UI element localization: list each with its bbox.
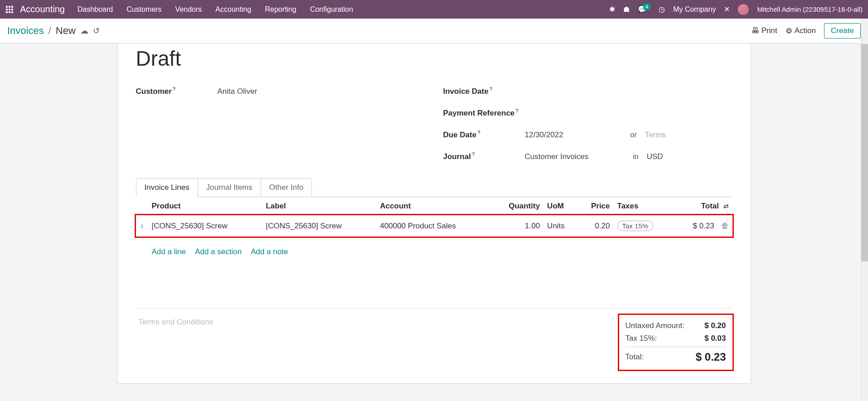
apps-icon[interactable]: [5, 5, 14, 14]
cell-product[interactable]: [CONS_25630] Screw: [148, 215, 262, 237]
due-or: or: [630, 131, 637, 139]
help-icon[interactable]: ?: [472, 151, 475, 157]
status-draft: Draft: [136, 46, 732, 71]
action-button[interactable]: ⚙ Action: [786, 26, 816, 36]
menu-vendors[interactable]: Vendors: [175, 5, 202, 14]
cell-price[interactable]: 0.20: [577, 215, 613, 237]
invoice-date-label: Invoice Date?: [443, 87, 525, 96]
user-name[interactable]: Mitchell Admin (22309517-16-0-all): [757, 5, 863, 13]
total-label: Total:: [626, 353, 644, 362]
menu-reporting[interactable]: Reporting: [265, 5, 296, 14]
scrollbar[interactable]: [861, 19, 868, 384]
cell-label[interactable]: [CONS_25630] Screw: [262, 215, 376, 237]
bug-icon[interactable]: ✱: [609, 5, 615, 14]
form-right-col: Invoice Date? Payment Reference? Due Dat…: [443, 82, 732, 169]
nav-right: ✱ ☗ 💬4 ◷ My Company ✕ Mitchell Admin (22…: [609, 4, 863, 15]
help-icon[interactable]: ?: [477, 130, 480, 135]
tabs: Invoice Lines Journal Items Other Info: [136, 178, 732, 197]
cloud-save-icon[interactable]: ☁: [80, 26, 88, 36]
breadcrumb-current: New: [56, 25, 76, 37]
create-button[interactable]: Create: [824, 23, 861, 39]
breadcrumb-root[interactable]: Invoices: [7, 25, 44, 37]
journal-field[interactable]: Customer Invoices: [525, 152, 589, 161]
breadcrumb: Invoices / New ☁ ↺: [7, 25, 752, 37]
main-menu: Dashboard Customers Vendors Accounting R…: [78, 5, 609, 14]
columns-adjust-icon[interactable]: ⇄: [723, 203, 729, 210]
chat[interactable]: 💬4: [638, 5, 650, 14]
company-selector[interactable]: My Company: [673, 5, 716, 14]
menu-configuration[interactable]: Configuration: [310, 5, 353, 14]
th-quantity[interactable]: Quantity: [490, 197, 543, 215]
menu-dashboard[interactable]: Dashboard: [78, 5, 113, 14]
tab-journal-items[interactable]: Journal Items: [198, 178, 261, 197]
brand[interactable]: Accounting: [20, 4, 65, 14]
breadcrumb-actions: 🖶 Print ⚙ Action Create: [752, 23, 861, 39]
discard-icon[interactable]: ↺: [93, 26, 100, 36]
support-icon[interactable]: ☗: [623, 5, 630, 14]
th-price[interactable]: Price: [577, 197, 613, 215]
cell-account[interactable]: 400000 Product Sales: [376, 215, 490, 237]
untaxed-value: $ 0.20: [704, 321, 726, 330]
tax-label: Tax 15%:: [626, 334, 657, 343]
add-line-link[interactable]: Add a line: [152, 247, 186, 256]
clock-icon[interactable]: ◷: [659, 5, 665, 14]
untaxed-label: Untaxed Amount:: [626, 321, 684, 330]
chat-badge: 4: [643, 4, 650, 10]
menu-customers[interactable]: Customers: [126, 5, 161, 14]
totals-box: Untaxed Amount: $ 0.20 Tax 15%: $ 0.03 T…: [619, 315, 732, 370]
th-account[interactable]: Account: [376, 197, 490, 215]
cell-uom[interactable]: Units: [543, 215, 577, 237]
due-date-label: Due Date?: [443, 130, 525, 140]
tab-invoice-lines[interactable]: Invoice Lines: [136, 178, 198, 197]
drag-handle-icon[interactable]: ⬍: [140, 223, 145, 230]
menu-accounting[interactable]: Accounting: [215, 5, 251, 14]
breadcrumb-bar: Invoices / New ☁ ↺ 🖶 Print ⚙ Action Crea…: [0, 19, 868, 43]
customer-label: Customer?: [136, 87, 218, 96]
help-icon[interactable]: ?: [515, 108, 519, 113]
tax-chip[interactable]: Tax 15%: [617, 221, 654, 231]
top-nav: Accounting Dashboard Customers Vendors A…: [0, 0, 868, 19]
scrollbar-thumb[interactable]: [861, 44, 868, 261]
customer-field[interactable]: Anita Oliver: [218, 87, 257, 96]
help-icon[interactable]: ?: [490, 86, 493, 92]
tax-value: $ 0.03: [704, 334, 726, 343]
form-left-col: Customer? Anita Oliver: [136, 82, 425, 169]
th-label[interactable]: Label: [262, 197, 376, 215]
tools-icon[interactable]: ✕: [724, 5, 730, 14]
action-label: Action: [795, 26, 816, 35]
add-note-link[interactable]: Add a note: [251, 247, 288, 256]
print-button[interactable]: 🖶 Print: [752, 26, 777, 35]
cell-taxes[interactable]: Tax 15%: [614, 215, 673, 237]
th-product[interactable]: Product: [148, 197, 262, 215]
journal-in: in: [633, 153, 638, 161]
print-icon: 🖶: [752, 26, 759, 35]
due-date-field[interactable]: 12/30/2022: [525, 130, 563, 140]
tab-other-info[interactable]: Other Info: [261, 178, 312, 197]
invoice-line-row[interactable]: ⬍ [CONS_25630] Screw [CONS_25630] Screw …: [136, 215, 732, 237]
payment-ref-label: Payment Reference?: [443, 109, 525, 118]
add-section-link[interactable]: Add a section: [195, 247, 242, 256]
help-icon[interactable]: ?: [173, 86, 176, 92]
terms-field[interactable]: Terms: [645, 130, 666, 140]
cell-total: $ 0.23 🗑: [673, 215, 732, 237]
terms-conditions-field[interactable]: Terms and Conditions: [136, 309, 213, 327]
currency-field[interactable]: USD: [647, 152, 663, 161]
breadcrumb-sep: /: [48, 25, 51, 37]
th-uom[interactable]: UoM: [543, 197, 577, 215]
total-value: $ 0.23: [696, 351, 726, 363]
avatar[interactable]: [738, 4, 749, 15]
th-taxes[interactable]: Taxes: [614, 197, 673, 215]
journal-label: Journal?: [443, 152, 525, 161]
cell-quantity[interactable]: 1.00: [490, 215, 543, 237]
form-sheet: Draft Customer? Anita Oliver Invoice Dat…: [117, 43, 751, 384]
gear-icon: ⚙: [786, 26, 792, 36]
print-label: Print: [761, 26, 777, 35]
delete-line-icon[interactable]: 🗑: [721, 222, 729, 230]
invoice-lines-table: Product Label Account Quantity UoM Price…: [136, 197, 732, 267]
th-total[interactable]: Total ⇄: [673, 197, 732, 215]
